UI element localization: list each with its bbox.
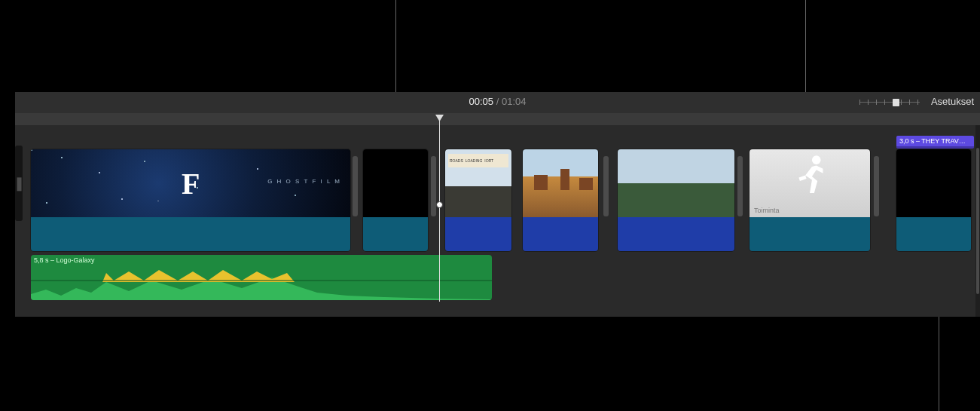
timecode-display: 00:05 / 01:04 [469,96,527,107]
settings-button[interactable]: Asetukset [931,96,974,107]
transition-handle[interactable] [431,156,436,216]
clip-placeholder-activity[interactable]: Toiminta [750,149,870,251]
callout-line [939,317,939,411]
transition-handle[interactable] [737,156,743,216]
clip-sign[interactable]: ROADSLOADINGIORT [445,149,511,251]
running-icon [783,151,836,204]
timecode-total: / 01:04 [493,96,526,107]
timeline-panel: 00:05 / 01:04 Asetukset 3,0 s – THEY TRA… [15,92,980,317]
transition-handle[interactable] [353,156,358,216]
transition-handle[interactable] [874,156,879,216]
galaxy-studio: G H O S T F I L M [267,178,341,185]
transition-handle[interactable] [603,156,609,216]
zoom-slider[interactable] [859,98,920,107]
scrollbar-thumb[interactable] [976,148,979,294]
svg-point-0 [812,155,821,164]
clip-black[interactable] [363,149,428,251]
galaxy-letter: F [182,166,200,201]
waveform-icon [31,267,492,300]
audio-clip-label: 5,8 s – Logo-Galaxy [34,256,95,264]
timecode-current: 00:05 [469,96,494,107]
activity-label: Toiminta [754,207,780,214]
clip-tail[interactable] [896,149,971,251]
scroll-left-handle[interactable]: ❚ [15,146,23,221]
audio-clip-music[interactable]: 5,8 s – Logo-Galaxy [31,255,492,300]
callout-line [395,0,396,103]
zoom-knob[interactable] [893,99,899,106]
clip-desert[interactable] [523,149,598,251]
clip-people[interactable] [618,149,734,251]
title-clip-label: 3,0 s – THEY TRAV… [899,137,966,145]
title-clip[interactable]: 3,0 s – THEY TRAV… [896,136,974,149]
vertical-scrollbar[interactable] [975,125,980,317]
timeline-header: 00:05 / 01:04 Asetukset [15,92,980,114]
timeline-ruler[interactable] [15,113,980,125]
clip-galaxy[interactable]: F . G H O S T F I L M [31,149,350,251]
